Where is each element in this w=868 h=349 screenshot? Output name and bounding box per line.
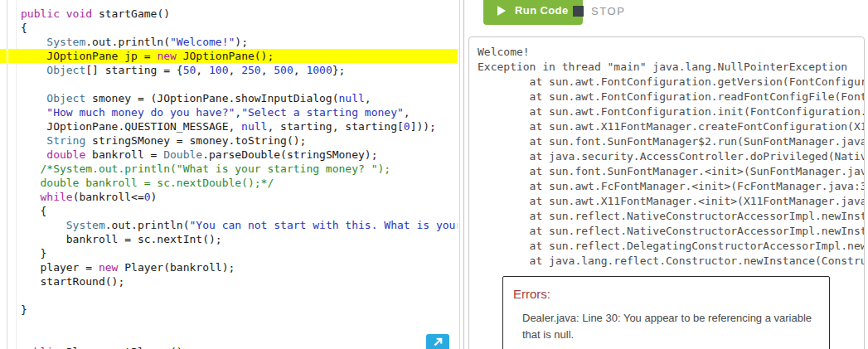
code-line[interactable]: double bankroll = sc.nextDouble();*/ [0, 176, 458, 190]
code-line[interactable]: Object[] starting = {50, 100, 250, 500, … [0, 63, 458, 77]
pane-divider [459, 0, 460, 349]
code-line[interactable]: System.out.println("Welcome!"); [0, 35, 458, 49]
output-panel: Run Code STOP Welcome! Exception in thre… [464, 0, 868, 349]
stop-button[interactable]: STOP [573, 4, 626, 17]
code-line[interactable]: while(bankroll<=0) [0, 190, 458, 204]
code-line[interactable]: Object smoney = (JOptionPane.showInputDi… [0, 91, 458, 105]
code-line[interactable]: double bankroll = Double.parseDouble(str… [0, 148, 458, 162]
errors-title: Errors: [513, 287, 819, 301]
code-line[interactable]: bankroll = sc.nextInt(); [0, 232, 458, 246]
error-message: Dealer.java: Line 30: You appear to be r… [513, 310, 812, 343]
code-line[interactable] [0, 77, 458, 91]
console-output: Welcome! Exception in thread "main" java… [469, 37, 864, 276]
stop-square-icon [573, 6, 584, 17]
code-line[interactable]: { [0, 204, 458, 218]
expand-arrow-icon [432, 334, 444, 349]
code-editor[interactable]: public void startGame(){ System.out.prin… [0, 0, 458, 349]
code-line[interactable]: } [0, 246, 458, 260]
errors-panel: Errors: Dealer.java: Line 30: You appear… [502, 276, 830, 349]
code-line[interactable]: "How much money do you have?","Select a … [0, 105, 458, 119]
stop-label: STOP [591, 5, 626, 17]
code-line[interactable]: player = new Player(bankroll); [0, 260, 458, 274]
code-line[interactable]: startRound(); [0, 274, 458, 288]
code-line[interactable]: public void startGame() [0, 7, 458, 21]
play-icon [497, 6, 506, 16]
code-line[interactable] [0, 317, 458, 331]
code-lines: public void startGame(){ System.out.prin… [0, 7, 458, 349]
code-line[interactable]: public Player getPlayer() [0, 345, 458, 349]
console-output-box[interactable]: Welcome! Exception in thread "main" java… [468, 36, 865, 349]
code-line[interactable] [0, 288, 458, 303]
run-code-label: Run Code [515, 4, 569, 17]
code-line[interactable]: JOptionPane jp = new JOptionPane(); [0, 49, 458, 63]
code-line[interactable]: System.out.println("You can not start wi… [0, 218, 458, 232]
code-line[interactable]: String stringSMoney = smoney.toString(); [0, 133, 458, 148]
code-line[interactable]: { [0, 21, 458, 35]
run-code-button[interactable]: Run Code [483, 0, 583, 25]
code-line[interactable]: } [0, 303, 458, 317]
code-line[interactable] [0, 331, 458, 345]
code-line[interactable]: /*System.out.println("What is your start… [0, 162, 458, 176]
code-line[interactable]: JOptionPane.QUESTION_MESSAGE, null, star… [0, 119, 458, 133]
expand-editor-button[interactable] [426, 334, 449, 349]
